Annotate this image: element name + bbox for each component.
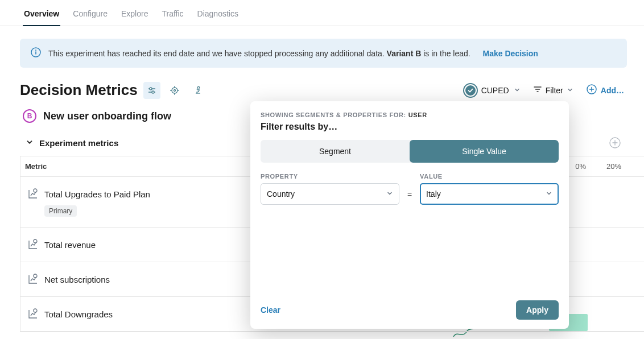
mode-segment[interactable]: Segment	[261, 140, 410, 163]
metric-name: Net subscriptions	[44, 275, 110, 284]
chevron-down-icon	[386, 189, 393, 199]
property-select[interactable]: Country	[261, 183, 399, 205]
tab-configure[interactable]: Configure	[72, 6, 109, 26]
section-toggle[interactable]: Experiment metrics	[26, 138, 118, 148]
tab-diagnostics[interactable]: Diagnostics	[196, 6, 240, 26]
filter-mode-toggle: Segment Single Value	[261, 140, 559, 163]
microscope-icon[interactable]	[189, 82, 206, 99]
top-tabs: Overview Configure Explore Traffic Diagn…	[0, 0, 644, 26]
chevron-down-icon	[567, 86, 573, 95]
svg-point-8	[174, 89, 175, 91]
page-title: Decision Metrics	[20, 81, 138, 99]
mode-single-value[interactable]: Single Value	[410, 140, 559, 163]
filter-label: Filter	[546, 86, 563, 95]
property-value: Country	[267, 189, 295, 199]
metric-icon	[27, 308, 39, 320]
value-label: VALUE	[420, 173, 559, 180]
svg-point-4	[150, 88, 152, 90]
metric-icon	[27, 239, 39, 250]
apply-button[interactable]: Apply	[516, 300, 559, 320]
value-value: Italy	[426, 189, 441, 199]
filter-button[interactable]: Filter	[533, 85, 573, 96]
metric-icon	[27, 274, 39, 285]
popover-context-label: SHOWING SEGMENTS & PROPERTIES FOR: USER	[261, 111, 559, 118]
equals-sign: =	[407, 190, 412, 205]
variant-badge: B	[23, 109, 36, 123]
svg-point-6	[152, 91, 154, 93]
svg-point-1	[35, 49, 36, 51]
chevron-down-icon	[26, 138, 34, 148]
check-icon	[464, 84, 477, 97]
add-button[interactable]: Add…	[586, 84, 624, 97]
chart-settings-icon[interactable]	[143, 82, 160, 99]
metric-name: Total Upgrades to Paid Plan	[44, 189, 150, 199]
add-metric-button[interactable]	[609, 137, 621, 149]
chevron-down-icon	[514, 86, 521, 95]
info-icon	[30, 47, 42, 60]
info-banner: This experiment has reached its end date…	[20, 39, 627, 68]
primary-badge: Primary	[44, 205, 77, 217]
filter-popover: SHOWING SEGMENTS & PROPERTIES FOR: USER …	[250, 101, 569, 329]
tab-traffic[interactable]: Traffic	[160, 6, 184, 26]
banner-text: This experiment has reached its end date…	[48, 49, 538, 58]
svg-rect-2	[35, 51, 36, 55]
plus-circle-icon	[586, 84, 597, 97]
add-label: Add…	[601, 86, 624, 95]
metric-name: Total Downgrades	[44, 309, 113, 319]
metric-name: Total revenue	[44, 240, 96, 250]
grid-tick-0: 0%	[575, 162, 586, 171]
make-decision-link[interactable]: Make Decision	[483, 49, 538, 58]
value-select[interactable]: Italy	[420, 183, 559, 205]
metric-icon	[27, 188, 39, 200]
popover-title: Filter results by…	[261, 122, 559, 132]
lead-variant: Variant B	[387, 49, 422, 58]
cuped-label: CUPED	[481, 86, 509, 95]
chevron-down-icon	[546, 189, 552, 199]
tab-overview[interactable]: Overview	[23, 6, 60, 26]
metric-col-header: Metric	[25, 162, 47, 171]
cuped-toggle[interactable]: CUPED	[464, 84, 521, 97]
filter-icon	[533, 85, 542, 96]
target-icon[interactable]	[166, 82, 183, 99]
grid-tick-20: 20%	[606, 162, 621, 171]
flow-title: New user onboarding flow	[43, 110, 171, 122]
clear-button[interactable]: Clear	[261, 305, 280, 315]
tab-explore[interactable]: Explore	[120, 6, 149, 26]
svg-point-7	[172, 88, 177, 93]
section-title: Experiment metrics	[39, 138, 118, 148]
property-label: PROPERTY	[261, 173, 399, 180]
